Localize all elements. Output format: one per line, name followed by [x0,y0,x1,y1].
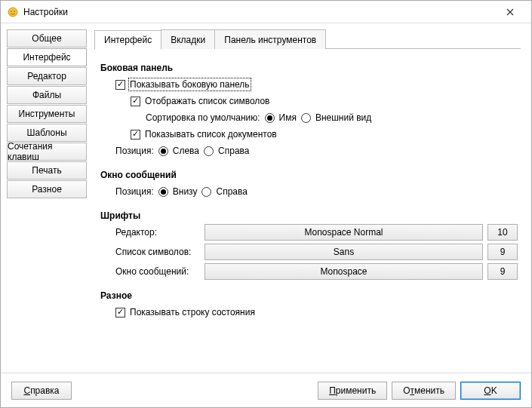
button-fontsize-msgwin[interactable]: 9 [487,263,518,280]
tab-toolbar[interactable]: Панель инструментов [214,29,326,49]
sidebar-item-print[interactable]: Печать [7,161,87,179]
label-msgwin-position: Позиция: [115,186,154,197]
svg-point-1 [11,11,12,12]
radio-msg-right[interactable] [201,187,211,197]
sidebar-item-templates[interactable]: Шаблоны [7,124,87,142]
button-font-symbols[interactable]: Sans [204,244,483,260]
label-sidepanel-position: Позиция: [115,146,154,156]
tab-tabs[interactable]: Вкладки [161,29,215,49]
sidebar-item-general[interactable]: Общее [7,29,87,48]
label-sort-appearance[interactable]: Внешний вид [315,112,371,123]
radio-side-left[interactable] [158,146,168,156]
button-font-editor[interactable]: Monospace Normal [204,224,483,241]
app-icon [7,6,19,18]
label-msg-bottom[interactable]: Внизу [173,186,198,197]
radio-sort-name[interactable] [265,113,275,123]
label-show-symbols[interactable]: Отображать список символов [145,96,270,106]
settings-window: Настройки Общее Интерфейс Редактор Файлы… [0,0,532,408]
checkbox-show-statusbar[interactable] [115,308,125,318]
checkbox-show-docs[interactable] [131,130,140,140]
label-font-editor: Редактор: [115,227,200,238]
radio-msg-bottom[interactable] [158,187,168,197]
titlebar: Настройки [1,1,531,23]
label-sort-name[interactable]: Имя [279,112,297,123]
label-show-docs[interactable]: Показывать список документов [145,129,277,140]
label-font-symbols: Список символов: [115,247,200,257]
radio-side-right[interactable] [204,146,214,156]
section-fonts-title: Шрифты [100,210,518,221]
button-fontsize-editor[interactable]: 10 [487,224,518,241]
section-misc-title: Разное [100,290,518,301]
apply-button[interactable]: Применить [318,382,387,400]
checkbox-show-sidepanel[interactable] [115,80,125,90]
label-side-left[interactable]: Слева [173,146,199,156]
tab-interface[interactable]: Интерфейс [94,30,161,50]
cancel-button[interactable]: Отменить [392,382,456,400]
section-msgwin-title: Окно сообщений [100,170,518,180]
window-title: Настройки [23,7,495,17]
tab-content: Боковая панель Показывать боковую панель… [94,49,521,367]
sidebar-item-tools[interactable]: Инструменты [7,105,87,123]
checkbox-show-symbols[interactable] [131,97,140,106]
button-fontsize-symbols[interactable]: 9 [487,244,518,260]
section-sidepanel-title: Боковая панель [100,63,518,73]
sidebar: Общее Интерфейс Редактор Файлы Инструмен… [7,26,87,370]
sidebar-item-keybindings[interactable]: Сочетания клавиш [7,143,87,161]
button-font-msgwin[interactable]: Monospace [204,263,483,280]
label-sort-default: Сортировка по умолчанию: [146,112,260,123]
sidebar-item-files[interactable]: Файлы [7,86,87,104]
svg-point-0 [8,8,17,17]
label-show-sidepanel[interactable]: Показывать боковую панель [130,79,250,90]
help-button[interactable]: Справка [11,382,72,400]
sidebar-item-interface[interactable]: Интерфейс [7,48,87,66]
label-msg-right[interactable]: Справа [216,186,247,197]
close-button[interactable] [495,2,525,23]
tabbar: Интерфейс Вкладки Панель инструментов [94,29,521,49]
radio-sort-appearance[interactable] [301,113,311,123]
ok-button[interactable]: OK [460,382,521,400]
svg-point-2 [14,11,15,12]
label-show-statusbar[interactable]: Показывать строку состояния [130,307,255,318]
sidebar-item-misc[interactable]: Разное [7,180,87,198]
label-font-msgwin: Окно сообщений: [115,266,200,277]
sidebar-item-editor[interactable]: Редактор [7,67,87,85]
label-side-right[interactable]: Справа [218,146,249,156]
footer: Справка Применить Отменить OK [1,373,531,407]
main-panel: Интерфейс Вкладки Панель инструментов Бо… [87,26,525,370]
